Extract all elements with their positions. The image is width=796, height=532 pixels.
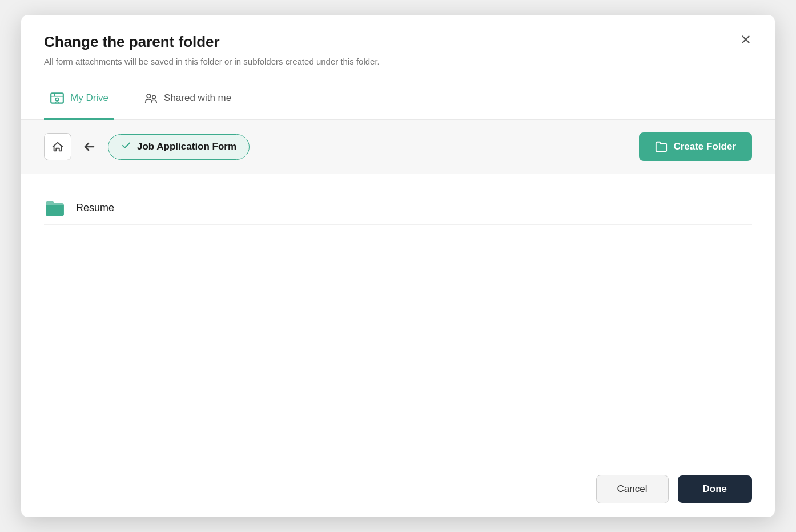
done-button[interactable]: Done <box>678 475 753 503</box>
tab-my-drive-label: My Drive <box>70 92 108 104</box>
back-button[interactable] <box>79 136 100 157</box>
breadcrumb-label: Job Application Form <box>137 141 236 152</box>
close-button[interactable] <box>737 31 754 48</box>
folder-icon <box>44 197 66 219</box>
svg-point-5 <box>152 95 156 99</box>
folder-name-resume: Resume <box>76 202 114 214</box>
tab-shared-label: Shared with me <box>164 92 231 104</box>
create-folder-button[interactable]: Create Folder <box>639 132 752 161</box>
shared-with-me-icon <box>143 91 158 106</box>
toolbar: Job Application Form Create Folder <box>21 120 775 174</box>
modal-title: Change the parent folder <box>44 33 752 51</box>
home-icon <box>51 140 64 153</box>
modal-subtitle: All form attachments will be saved in th… <box>44 57 752 66</box>
modal-dialog: Change the parent folder All form attach… <box>21 15 775 517</box>
tab-shared-with-me[interactable]: Shared with me <box>138 78 237 120</box>
my-drive-icon <box>50 91 65 106</box>
back-icon <box>83 140 97 154</box>
modal-header: Change the parent folder All form attach… <box>21 15 775 78</box>
tabs-container: My Drive Shared with me <box>21 78 775 120</box>
breadcrumb-chip[interactable]: Job Application Form <box>108 134 250 160</box>
check-icon <box>121 140 131 154</box>
create-folder-label: Create Folder <box>673 141 736 152</box>
footer: Cancel Done <box>21 461 775 517</box>
folder-item-resume[interactable]: Resume <box>44 191 752 225</box>
tab-divider <box>126 87 126 110</box>
folder-plus-icon <box>655 140 668 153</box>
content-area: Resume <box>21 174 775 461</box>
home-button[interactable] <box>44 133 71 160</box>
svg-point-4 <box>147 94 151 98</box>
tab-my-drive[interactable]: My Drive <box>44 78 114 120</box>
cancel-button[interactable]: Cancel <box>596 475 669 503</box>
svg-point-3 <box>55 98 58 100</box>
close-icon <box>739 33 752 46</box>
